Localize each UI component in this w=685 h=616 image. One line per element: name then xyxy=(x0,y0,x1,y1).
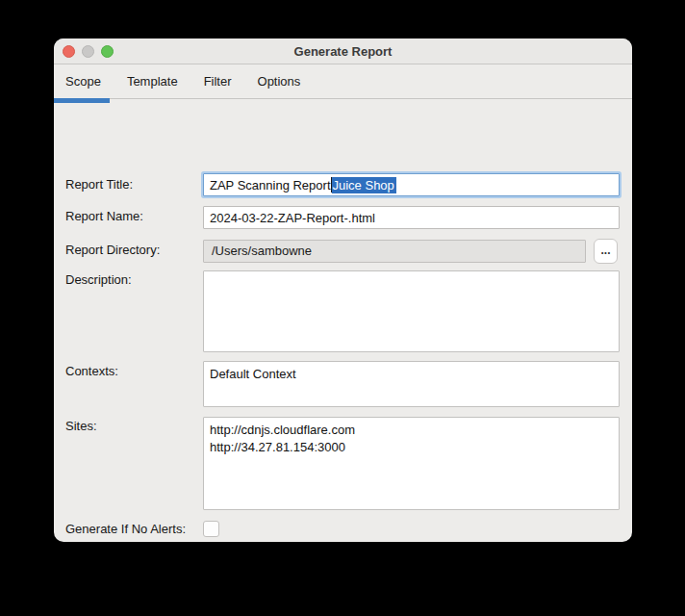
window-title: Generate Report xyxy=(54,38,632,64)
browse-directory-button[interactable]: ... xyxy=(594,239,618,264)
list-item[interactable]: http://cdnjs.cloudflare.com xyxy=(210,422,613,439)
report-name-label: Report Name: xyxy=(65,209,143,223)
generate-if-no-alerts-label: Generate If No Alerts: xyxy=(65,522,186,536)
report-title-input[interactable]: ZAP Scanning Report Juice Shop xyxy=(203,173,620,196)
list-item[interactable]: Default Context xyxy=(210,366,613,383)
report-directory-label: Report Directory: xyxy=(65,243,160,257)
generate-report-dialog: Generate Report Scope Template Filter Op… xyxy=(54,38,632,542)
report-title-selected-text: Juice Shop xyxy=(332,177,396,193)
report-directory-field[interactable]: /Users/sambowne xyxy=(203,240,586,263)
description-textarea[interactable] xyxy=(203,270,620,352)
tab-bar: Scope Template Filter Options xyxy=(54,64,632,99)
active-tab-indicator xyxy=(54,98,110,103)
contexts-label: Contexts: xyxy=(65,364,118,378)
desktop-background: Generate Report Scope Template Filter Op… xyxy=(0,0,685,616)
tab-options[interactable]: Options xyxy=(258,74,301,89)
list-item[interactable]: http://34.27.81.154:3000 xyxy=(210,439,613,456)
scope-tab-panel: Report Title: ZAP Scanning Report Juice … xyxy=(54,99,632,542)
contexts-list[interactable]: Default Context xyxy=(203,361,620,407)
description-label: Description: xyxy=(65,272,132,287)
report-name-input[interactable] xyxy=(203,206,620,229)
tab-scope[interactable]: Scope xyxy=(65,74,101,89)
sites-list[interactable]: http://cdnjs.cloudflare.com http://34.27… xyxy=(203,417,620,510)
tab-template[interactable]: Template xyxy=(127,74,178,89)
tab-filter[interactable]: Filter xyxy=(204,74,232,89)
report-title-label: Report Title: xyxy=(65,177,133,192)
generate-if-no-alerts-checkbox[interactable] xyxy=(203,521,219,537)
report-title-text: ZAP Scanning Report xyxy=(210,178,331,192)
titlebar[interactable]: Generate Report xyxy=(54,38,632,64)
sites-label: Sites: xyxy=(65,419,97,433)
